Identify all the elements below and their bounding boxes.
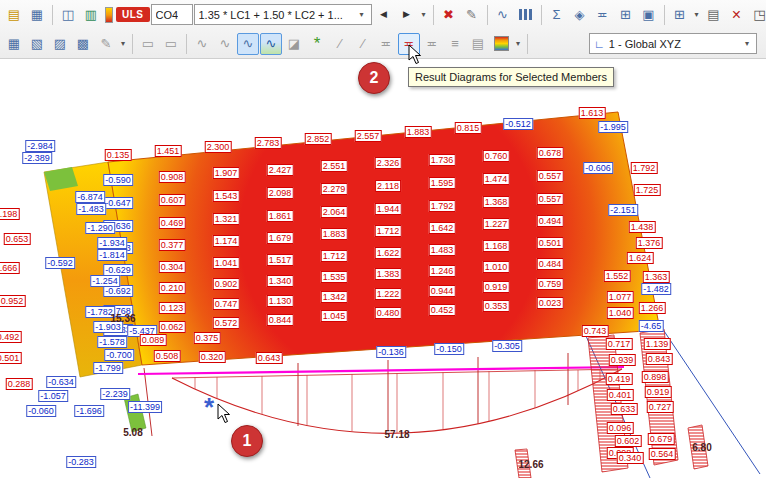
design-situation-select[interactable]: CO4 bbox=[151, 4, 193, 25]
value-label: 0.602 bbox=[615, 435, 642, 447]
value-label: 1.342 bbox=[321, 291, 348, 303]
value-label: 2.118 bbox=[375, 180, 401, 192]
section-cut-1-icon[interactable]: ⁄ bbox=[329, 33, 351, 55]
frame-view-3-icon[interactable]: ▨ bbox=[49, 33, 71, 55]
value-label: 0.747 bbox=[213, 298, 240, 310]
value-label: -0.647 bbox=[103, 197, 133, 209]
toolbar: ▤ ▦ ◫ ▥ ULS CO4 1.35 * LC1 + 1.50 * LC2 … bbox=[0, 0, 766, 59]
value-label: -2.984 bbox=[25, 140, 55, 152]
mouse-cursor-toolbar bbox=[408, 44, 422, 65]
animation-icon[interactable]: * bbox=[306, 33, 328, 55]
value-label: 0.135 bbox=[105, 149, 132, 161]
result-chart-icon[interactable] bbox=[515, 4, 537, 26]
result-table-icon[interactable]: ≡ bbox=[444, 33, 466, 55]
value-label: 1.340 bbox=[267, 275, 294, 287]
frame-view-2-icon[interactable]: ▧ bbox=[26, 33, 48, 55]
project-icon[interactable]: ▤ bbox=[3, 4, 25, 26]
show-results-icon[interactable]: ∿ bbox=[492, 4, 514, 26]
value-label: 0.607 bbox=[159, 194, 186, 206]
value-label: 1.368 bbox=[483, 196, 510, 208]
value-label: 0.844 bbox=[267, 314, 294, 326]
result-diagram-all-icon[interactable]: ≖ bbox=[421, 33, 443, 55]
value-label: 0.564 bbox=[649, 448, 676, 460]
isometric-view-icon[interactable]: ◳ bbox=[749, 4, 766, 26]
value-label: 0.717 bbox=[606, 338, 633, 350]
tooltip: Result Diagrams for Selected Members bbox=[408, 67, 614, 87]
value-label: 1.642 bbox=[429, 222, 456, 234]
separator bbox=[433, 5, 434, 25]
value-label: 0.375 bbox=[194, 332, 221, 344]
frame-view-1-icon[interactable]: ▦ bbox=[3, 33, 25, 55]
value-label: 1.438 bbox=[629, 221, 656, 233]
value-label: 1.792 bbox=[429, 200, 456, 212]
value-label: 0.353 bbox=[483, 300, 510, 312]
value-label: -0.700 bbox=[104, 349, 134, 361]
section-plane-icon[interactable]: ▭ bbox=[137, 33, 159, 55]
value-label: 0.210 bbox=[159, 282, 186, 294]
value-label: 1.624 bbox=[627, 252, 654, 264]
value-label: 0.089 bbox=[140, 334, 167, 346]
section-cut-2-icon[interactable]: ⁄ bbox=[352, 33, 374, 55]
isolines-icon[interactable]: ∿ bbox=[191, 33, 213, 55]
value-label: -6.874 bbox=[75, 191, 105, 203]
separator bbox=[527, 34, 528, 54]
bars-icon bbox=[519, 9, 532, 20]
chevron-down-icon[interactable]: ▾ bbox=[419, 10, 429, 19]
value-label: -4.65 bbox=[639, 320, 664, 332]
chevron-down-icon[interactable]: ▾ bbox=[118, 39, 128, 48]
value-label: 1.451 bbox=[155, 145, 182, 157]
tables-icon[interactable]: ▦ bbox=[26, 4, 48, 26]
delete-results-icon[interactable]: ✖ bbox=[438, 4, 460, 26]
smooth-results-icon[interactable]: ≖ bbox=[592, 4, 614, 26]
value-label: 0.743 bbox=[582, 325, 609, 337]
color-scale-icon[interactable] bbox=[490, 33, 512, 55]
result-values-icon[interactable]: ▤ bbox=[467, 33, 489, 55]
coordinate-system-select[interactable]: ∟ 1 - Global XYZ ▾ bbox=[589, 33, 757, 54]
value-label: 1.222 bbox=[375, 288, 402, 300]
value-label: 0.643 bbox=[256, 352, 283, 364]
copy-icon[interactable]: ▥ bbox=[80, 4, 102, 26]
previous-loadcase-button[interactable]: ◀ bbox=[373, 4, 395, 26]
result-grid-icon[interactable]: ⊞ bbox=[615, 4, 637, 26]
result-diagram-toggle-icon[interactable]: ∿ bbox=[237, 33, 259, 55]
value-label: -1.290 bbox=[85, 222, 115, 234]
colored-results-toggle-icon[interactable]: ∿ bbox=[260, 33, 282, 55]
extreme-values-icon[interactable]: ◈ bbox=[569, 4, 591, 26]
value-label: 0.062 bbox=[159, 321, 186, 333]
isobands-icon[interactable]: ∿ bbox=[214, 33, 236, 55]
result-diagram-filter-icon[interactable]: ≖ bbox=[375, 33, 397, 55]
print-icon[interactable]: ▤ bbox=[703, 4, 725, 26]
value-label: 0.759 bbox=[537, 278, 564, 290]
value-label: -0.590 bbox=[103, 174, 133, 186]
load-combination-select[interactable]: 1.35 * LC1 + 1.50 * LC2 + 1... ▾ bbox=[194, 4, 372, 25]
value-label: 0.304 bbox=[159, 261, 186, 273]
value-label: 0.843 bbox=[646, 353, 673, 365]
color-legend-icon[interactable] bbox=[105, 7, 113, 23]
edit-view-icon[interactable]: ✎ bbox=[95, 33, 117, 55]
frame-view-4-icon[interactable]: ▩ bbox=[72, 33, 94, 55]
value-label: 2.064 bbox=[321, 206, 348, 218]
value-label: 1.139 bbox=[644, 338, 671, 350]
value-label: 1.010 bbox=[483, 261, 510, 273]
sum-results-icon[interactable]: Σ bbox=[546, 4, 568, 26]
rainbow-icon bbox=[494, 36, 509, 51]
edit-icon[interactable]: ✎ bbox=[461, 4, 483, 26]
panel-icon[interactable]: ▣ bbox=[638, 4, 660, 26]
value-label: 2.279 bbox=[321, 183, 348, 195]
value-label: 1.552 bbox=[604, 270, 631, 282]
load-combination-value: 1.35 * LC1 + 1.50 * LC2 + 1... bbox=[199, 9, 353, 21]
value-label: 1.613 bbox=[579, 107, 606, 119]
layout-icon[interactable]: ⊞ bbox=[669, 4, 691, 26]
render-model-icon[interactable]: ◪ bbox=[283, 33, 305, 55]
chevron-down-icon[interactable]: ▾ bbox=[513, 39, 523, 48]
chevron-down-icon[interactable]: ▾ bbox=[692, 10, 702, 19]
value-label: 1.227 bbox=[483, 218, 510, 230]
value-label: 1.712 bbox=[375, 225, 402, 237]
next-loadcase-button[interactable]: ▶ bbox=[396, 4, 418, 26]
value-label: 6.80 bbox=[691, 443, 712, 453]
value-label: 0.340 bbox=[617, 452, 644, 464]
new-window-icon[interactable]: ◫ bbox=[57, 4, 79, 26]
clipping-box-icon[interactable]: ▭ bbox=[160, 33, 182, 55]
value-label: 1.907 bbox=[213, 167, 240, 179]
close-results-icon[interactable]: × bbox=[726, 4, 748, 26]
